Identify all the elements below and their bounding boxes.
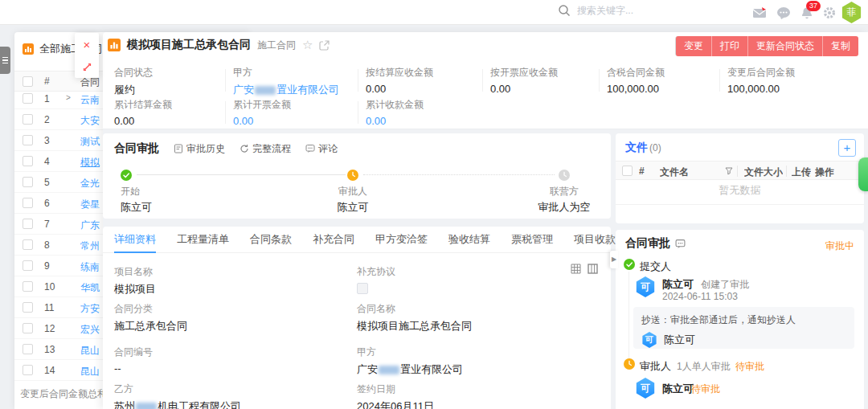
column-view-icon[interactable]	[588, 264, 598, 274]
side-assistant-tab[interactable]	[858, 157, 868, 191]
tab-terms[interactable]: 合同条款	[250, 227, 292, 253]
files-select-all-checkbox[interactable]	[622, 166, 633, 176]
row-checkbox[interactable]	[23, 219, 33, 229]
tab-receipt[interactable]: 项目收款	[574, 227, 616, 253]
total-invoice-link[interactable]: 0.00	[233, 115, 291, 127]
grid-view-icon[interactable]	[571, 264, 581, 274]
panel-tools: ×	[75, 33, 99, 78]
full-flow-link[interactable]: 完整流程	[240, 142, 291, 156]
contract-link[interactable]: 金光	[80, 177, 100, 190]
row-checkbox[interactable]	[23, 239, 33, 250]
contract-link-active[interactable]: 模拟	[80, 156, 100, 170]
files-empty-text: 暂无数据	[616, 183, 864, 198]
party-a-link[interactable]: 广安置业有限公司	[357, 362, 463, 377]
contract-link[interactable]: 方安	[80, 302, 100, 316]
field-category: 合同分类 施工总承包合同	[114, 302, 187, 333]
mail-icon[interactable]	[752, 6, 767, 20]
contract-link[interactable]: 广东	[80, 219, 100, 232]
collapse-arrow-icon[interactable]: ▶	[610, 251, 618, 268]
row-checkbox[interactable]	[23, 114, 33, 125]
add-file-button[interactable]: +	[838, 139, 856, 157]
user-avatar[interactable]: 菲	[841, 2, 862, 23]
row-checkbox[interactable]	[23, 323, 33, 333]
row-index: 8	[44, 239, 50, 251]
contract-link[interactable]: 宏兴	[80, 323, 100, 337]
settings-gear-icon[interactable]	[823, 6, 836, 19]
chat-icon[interactable]	[776, 6, 791, 20]
project-link[interactable]: 模拟项目	[114, 282, 156, 297]
tab-boq[interactable]: 工程量清单	[177, 227, 229, 253]
field-party-a-detail: 甲方 广安置业有限公司	[357, 346, 463, 377]
comment-icon[interactable]	[675, 239, 686, 249]
total-received-link[interactable]: 0.00	[366, 115, 424, 127]
field-party-b: 乙方 苏州机电工程有限公司	[114, 382, 241, 409]
global-search[interactable]	[558, 4, 698, 17]
row-checkbox[interactable]	[23, 344, 33, 354]
row-checkbox[interactable]	[23, 135, 33, 145]
contract-link[interactable]: 常州	[80, 239, 100, 253]
contract-link[interactable]: 昆山	[80, 365, 100, 378]
contract-link[interactable]: 昆山	[80, 344, 100, 358]
tab-party-a-change[interactable]: 甲方变洽签	[375, 227, 428, 253]
tab-tax[interactable]: 票税管理	[511, 227, 553, 253]
row-checkbox[interactable]	[23, 156, 33, 166]
supplement-checkbox[interactable]	[357, 283, 368, 294]
tab-supplement[interactable]: 补充合同	[313, 227, 354, 253]
field-contract-amount: 含税合同金额 100,000.00	[607, 66, 665, 95]
contract-link[interactable]: 云南	[80, 93, 100, 107]
search-input[interactable]	[577, 5, 698, 16]
submitter-done-icon	[624, 259, 635, 270]
approval-timeline-card: ▶ 合同审批 审批中 提交人 可 陈立可 创建了审批 2024-06-11 15…	[616, 230, 864, 409]
row-checkbox[interactable]	[23, 260, 33, 271]
contract-link[interactable]: 大安	[80, 114, 100, 128]
row-checkbox[interactable]	[23, 93, 33, 104]
external-link-icon[interactable]	[319, 40, 330, 51]
select-all-checkbox[interactable]	[23, 76, 33, 87]
redacted-text	[136, 403, 157, 409]
tab-acceptance[interactable]: 验收结算	[448, 227, 490, 253]
contract-link[interactable]: 娄星	[80, 198, 100, 211]
party-b-link[interactable]: 苏州机电工程有限公司	[114, 399, 241, 409]
step-done-icon	[121, 170, 132, 181]
row-index: 13	[44, 344, 55, 355]
field-total-settle: 累计结算金额 0.00	[114, 98, 172, 127]
approval-history-link[interactable]: 审批历史	[174, 142, 225, 156]
copy-button[interactable]: 复制	[822, 36, 858, 56]
contract-link[interactable]: 练南	[80, 260, 100, 274]
row-expand-icon[interactable]: >	[66, 93, 71, 102]
detail-tabs-card: 详细资料 工程量清单 合同条款 补充合同 甲方变洽签 验收结算 票税管理 项目收…	[103, 227, 611, 409]
step-pending-icon	[347, 170, 358, 181]
row-checkbox[interactable]	[23, 177, 33, 187]
row-index: 14	[44, 365, 55, 376]
row-index: 9	[44, 260, 50, 272]
comment-icon	[305, 144, 315, 153]
flow-step-approver: 审批人 陈立可	[313, 185, 393, 215]
filter-funnel-icon[interactable]	[725, 167, 733, 175]
comment-link[interactable]: 评论	[305, 142, 338, 156]
update-status-button[interactable]: 更新合同状态	[747, 36, 822, 56]
summary-footer-label: 变更后合同金额总和:	[20, 387, 109, 401]
files-table-header: # 文件名 文件大小 上传人 操作	[616, 161, 864, 180]
favorite-star-icon[interactable]: ☆	[302, 38, 313, 52]
row-checkbox[interactable]	[23, 365, 33, 375]
row-checkbox[interactable]	[23, 302, 33, 313]
change-button[interactable]: 变更	[676, 36, 711, 56]
print-button[interactable]: 打印	[711, 36, 747, 56]
contract-link[interactable]: 测试	[80, 135, 100, 149]
party-a-link[interactable]: 广安置业有限公司	[233, 83, 339, 97]
files-count: (0)	[649, 142, 661, 153]
close-panel-button[interactable]: ×	[75, 33, 99, 55]
approval-flow-card: 合同审批 审批历史 完整流程 评论	[103, 133, 611, 219]
contract-link[interactable]: 华凯	[80, 281, 100, 295]
row-checkbox[interactable]	[23, 198, 33, 208]
step-empty-icon	[559, 170, 570, 181]
approver-name: 陈立可	[662, 382, 694, 396]
approver-pending-icon	[624, 358, 635, 370]
sidebar-collapse-handle[interactable]	[0, 47, 10, 74]
notification-badge: 37	[806, 1, 821, 11]
expand-panel-button[interactable]	[75, 55, 99, 78]
row-checkbox[interactable]	[23, 281, 33, 292]
tab-detail-info[interactable]: 详细资料	[114, 227, 156, 253]
approver-mode: 1人单人审批	[677, 360, 731, 374]
document-chart-icon	[23, 43, 34, 55]
